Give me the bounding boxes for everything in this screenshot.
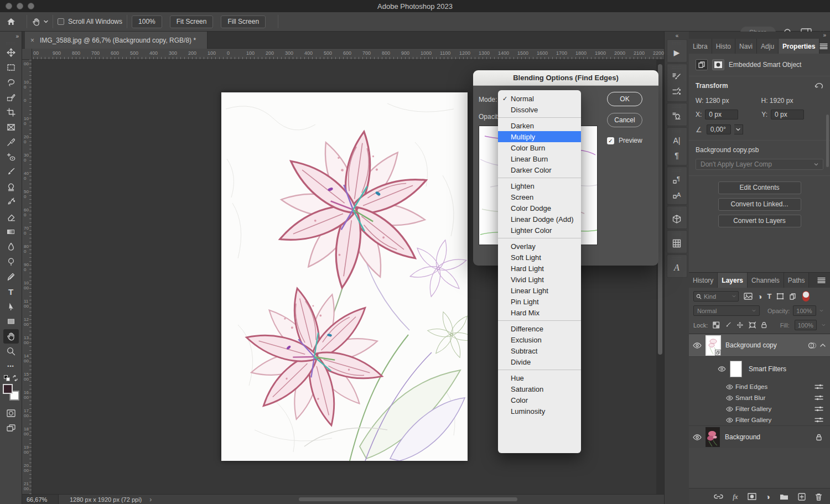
scroll-all-windows-option[interactable]: Scroll All Windows	[58, 18, 122, 25]
blend-mode-option[interactable]: Difference	[498, 323, 581, 334]
visibility-eye-icon[interactable]	[689, 342, 706, 349]
blend-mode-option[interactable]: Saturation	[498, 383, 581, 394]
smart-filter-row[interactable]: Filter Gallery	[689, 403, 830, 414]
blend-mode-option[interactable]: Vivid Light	[498, 274, 581, 285]
visibility-eye-icon[interactable]	[689, 434, 706, 440]
filter-blending-options-icon[interactable]	[815, 417, 823, 423]
document-image[interactable]	[221, 92, 468, 461]
blend-mode-option[interactable]: Exclusion	[498, 334, 581, 345]
blend-mode-option[interactable]: Color	[498, 394, 581, 406]
visibility-eye-icon[interactable]	[723, 396, 735, 401]
smart-filter-name[interactable]: Filter Gallery	[735, 406, 815, 412]
panel-menu-icon[interactable]	[819, 43, 828, 49]
blend-mode-option[interactable]: Darker Color	[498, 164, 581, 175]
blend-mode-option[interactable]: Lighter Color	[498, 225, 581, 236]
lock-position-icon[interactable]	[736, 321, 743, 329]
blend-mode-option[interactable]: Soft Light	[498, 252, 581, 263]
smart-object-icon-button[interactable]	[696, 59, 708, 70]
horizontal-ruler[interactable]: 0090080070060050040030020010001002003004…	[32, 49, 664, 60]
layer-effects-icon[interactable]: fx	[733, 492, 738, 501]
blend-mode-option[interactable]: Dissolve	[498, 104, 581, 115]
quick-mask-button[interactable]	[3, 406, 19, 420]
panel-menu-icon[interactable]	[817, 277, 826, 283]
blend-mode-option[interactable]: Multiply	[498, 131, 581, 142]
blend-mode-option[interactable]: Hard Mix	[498, 307, 581, 318]
layer-row-background-copy[interactable]: Background copy	[689, 334, 830, 357]
vertical-scrollbar-thumb[interactable]	[658, 64, 662, 355]
filter-blending-options-icon[interactable]	[815, 383, 823, 390]
lock-transparency-icon[interactable]	[713, 321, 719, 329]
hand-tool-preset[interactable]	[32, 17, 48, 27]
smart-filter-row[interactable]: Smart Blur	[689, 392, 830, 403]
panel-tab[interactable]: Adju	[757, 39, 779, 54]
patterns-panel-icon[interactable]	[672, 236, 682, 251]
color-swatches[interactable]	[3, 384, 19, 401]
filter-adjustment-layers-icon[interactable]: ◑	[758, 292, 762, 301]
delete-layer-icon[interactable]	[815, 493, 822, 501]
object-selection-tool[interactable]	[3, 90, 19, 105]
cancel-button[interactable]: Cancel	[607, 113, 642, 127]
panel-tab[interactable]: History	[689, 273, 718, 288]
clone-source-panel-icon[interactable]	[672, 108, 682, 123]
3d-panel-icon[interactable]	[672, 211, 682, 226]
blend-mode-option[interactable]: Linear Burn	[498, 153, 581, 164]
eyedropper-tool[interactable]	[3, 135, 19, 149]
panel-tab[interactable]: Navi	[735, 39, 757, 54]
lock-pixels-icon[interactable]	[725, 321, 732, 329]
new-group-icon[interactable]	[780, 493, 788, 500]
ok-button[interactable]: OK	[607, 92, 642, 106]
panel-tab[interactable]: Layers	[718, 273, 748, 288]
actions-panel-icon[interactable]: ▶	[674, 45, 680, 60]
blend-mode-option[interactable]: Overlay	[498, 241, 581, 252]
brushes-panel-icon[interactable]	[672, 84, 682, 99]
status-options-chevron[interactable]: ›	[149, 496, 152, 503]
add-adjustment-layer-icon[interactable]: ◑	[766, 492, 770, 501]
layer-name[interactable]: Background copy	[725, 341, 808, 349]
blend-mode-option[interactable]: Subtract	[498, 345, 581, 356]
move-tool[interactable]	[3, 45, 19, 60]
fill-dropdown-icon[interactable]	[822, 324, 826, 326]
blend-mode-option[interactable]: Color Burn	[498, 142, 581, 153]
layer-comp-select[interactable]: Don't Apply Layer Comp	[696, 159, 823, 170]
blend-mode-option[interactable]: Divide	[498, 356, 581, 367]
pen-tool[interactable]	[3, 269, 19, 284]
dodge-tool[interactable]	[3, 254, 19, 269]
more-tools-ellipsis-icon[interactable]: •••	[3, 359, 19, 373]
panel-tab[interactable]: Properties	[779, 39, 819, 54]
blend-mode-option[interactable]: Darken	[498, 120, 581, 131]
checkbox-unchecked-icon[interactable]	[58, 18, 64, 25]
layer-thumbnail[interactable]	[706, 335, 721, 356]
home-button[interactable]	[0, 17, 22, 27]
reset-transform-icon[interactable]	[815, 82, 823, 90]
blend-mode-option[interactable]: Pin Light	[498, 296, 581, 307]
blend-mode-option[interactable]: Screen	[498, 191, 581, 202]
filter-mask-thumbnail[interactable]	[730, 361, 742, 377]
angle-dropdown-button[interactable]	[734, 124, 743, 134]
opacity-dropdown-icon[interactable]	[819, 309, 823, 312]
character-styles-panel-icon[interactable]: A	[672, 187, 681, 202]
lock-artboard-icon[interactable]	[749, 321, 756, 329]
filter-type-layers-icon[interactable]: T	[767, 292, 771, 300]
mask-icon-button[interactable]	[712, 59, 724, 70]
layer-name[interactable]: Background	[725, 433, 816, 441]
blend-mode-option[interactable]: Linear Light	[498, 285, 581, 296]
eraser-tool[interactable]	[3, 210, 19, 224]
blend-mode-option[interactable]: ✓ Normal	[498, 93, 581, 104]
zoom-tool[interactable]	[3, 344, 19, 358]
fill-field[interactable]: 100%	[795, 320, 817, 330]
styles-panel-icon[interactable]: A	[674, 260, 679, 275]
panel-tab[interactable]: Channels	[748, 273, 784, 288]
smart-filters-row[interactable]: Smart Filters	[689, 357, 830, 381]
zoom-100-button[interactable]: 100%	[132, 15, 162, 28]
paragraph-styles-panel-icon[interactable]: ¶	[672, 172, 681, 187]
layer-thumbnail[interactable]	[706, 427, 720, 447]
y-position-field[interactable]: 0 px	[771, 110, 804, 119]
horizontal-scrollbar-thumb[interactable]	[299, 497, 517, 501]
screen-mode-button[interactable]	[3, 421, 19, 435]
foreground-color-swatch[interactable]	[3, 384, 13, 394]
collapse-dock-icon[interactable]: «	[665, 32, 689, 39]
paragraph-panel-icon[interactable]: ¶	[675, 148, 679, 163]
brush-settings-panel-icon[interactable]	[672, 69, 682, 84]
dialog-title[interactable]: Blending Options (Find Edges)	[473, 70, 658, 86]
marquee-tool[interactable]	[3, 60, 19, 75]
